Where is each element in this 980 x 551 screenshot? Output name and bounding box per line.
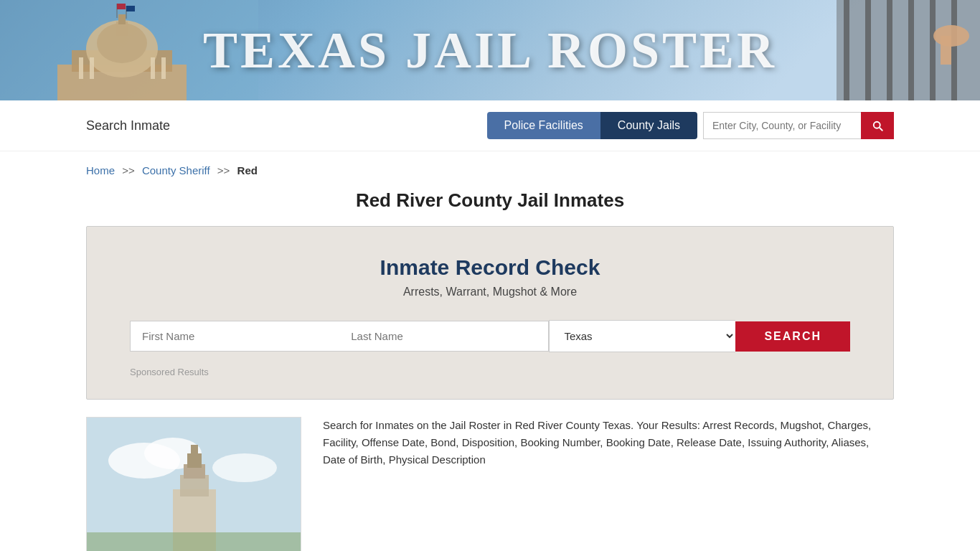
svg-rect-8 (90, 57, 94, 79)
inmate-record-section: Inmate Record Check Arrests, Warrant, Mu… (86, 226, 894, 400)
svg-rect-14 (126, 6, 135, 11)
svg-rect-19 (908, 0, 914, 100)
search-inmate-label: Search Inmate (86, 118, 170, 133)
svg-rect-7 (79, 57, 83, 79)
search-icon (871, 119, 884, 132)
svg-rect-18 (887, 0, 892, 100)
svg-rect-32 (191, 445, 198, 456)
state-select[interactable]: AlabamaAlaskaArizonaArkansasCaliforniaCo… (549, 320, 735, 352)
bottom-description: Search for Inmates on the Jail Roster in… (323, 417, 894, 468)
bottom-image (86, 417, 301, 551)
facility-search-button[interactable] (861, 112, 894, 139)
svg-rect-17 (865, 0, 871, 100)
nav-bar: Search Inmate Police Facilities County J… (0, 100, 980, 151)
banner-title: Texas Jail Roster (203, 21, 777, 80)
svg-rect-20 (930, 0, 936, 100)
breadcrumb-current: Red (237, 164, 258, 176)
breadcrumb: Home >> County Sheriff >> Red (0, 151, 980, 182)
svg-rect-9 (151, 57, 155, 79)
facility-search-bar (703, 112, 894, 139)
bottom-section: Search for Inmates on the Jail Roster in… (86, 417, 894, 551)
last-name-input[interactable] (339, 321, 549, 352)
county-jails-button[interactable]: County Jails (600, 112, 697, 139)
svg-rect-33 (87, 532, 301, 551)
breadcrumb-sep2: >> (217, 164, 230, 176)
inmate-search-form: AlabamaAlaskaArizonaArkansasCaliforniaCo… (130, 320, 850, 352)
svg-rect-12 (117, 4, 126, 9)
breadcrumb-county-sheriff[interactable]: County Sheriff (142, 164, 210, 176)
nav-buttons: Police Facilities County Jails (487, 112, 894, 139)
svg-rect-16 (844, 0, 849, 100)
svg-rect-6 (118, 14, 126, 24)
svg-rect-23 (941, 36, 951, 65)
sponsored-label: Sponsored Results (130, 367, 850, 377)
facility-search-input[interactable] (703, 112, 861, 139)
page-title: Red River County Jail Inmates (0, 189, 980, 212)
svg-rect-10 (161, 57, 166, 79)
svg-point-27 (212, 453, 277, 482)
inmate-search-button[interactable]: SEARCH (735, 321, 850, 352)
header-banner: Texas Jail Roster (0, 0, 980, 100)
police-facilities-button[interactable]: Police Facilities (487, 112, 600, 139)
svg-rect-21 (951, 0, 957, 100)
record-check-subtitle: Arrests, Warrant, Mugshot & More (130, 286, 850, 298)
banner-right-image (837, 0, 980, 100)
first-name-input[interactable] (130, 321, 339, 352)
record-check-title: Inmate Record Check (130, 255, 850, 280)
breadcrumb-sep1: >> (122, 164, 135, 176)
breadcrumb-home[interactable]: Home (86, 164, 115, 176)
